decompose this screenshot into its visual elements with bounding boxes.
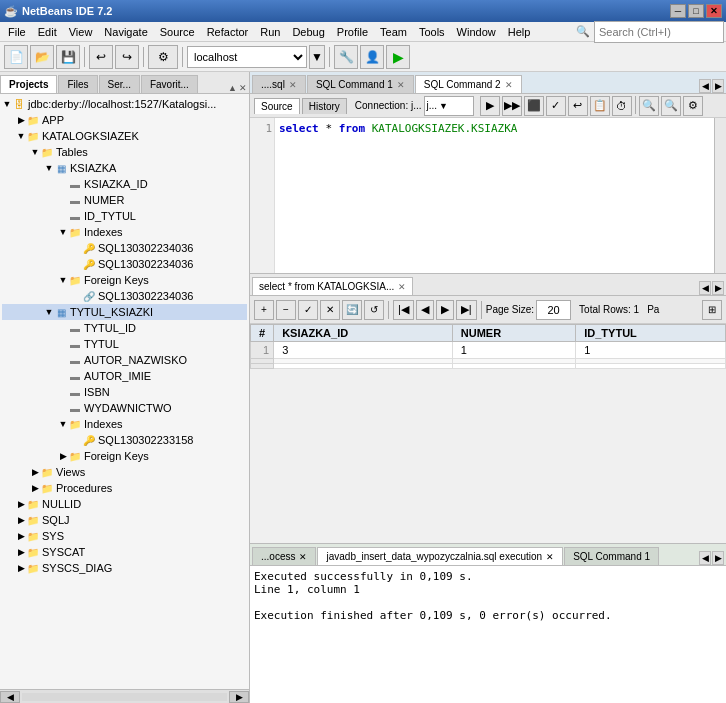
panel-close-icon[interactable]: ✕ [239,83,247,93]
list-item[interactable]: ▬ WYDAWNICTWO [2,400,247,416]
menu-tools[interactable]: Tools [413,24,451,40]
schema-button[interactable]: 📋 [590,96,610,116]
history-btn[interactable]: ⏱ [612,96,632,116]
zoom-out-button[interactable]: 🔍 [661,96,681,116]
results-tab[interactable]: select * from KATALOGKSIA... ✕ [252,277,413,295]
close-button[interactable]: ✕ [706,4,722,18]
commit-btn[interactable]: ✓ [298,300,318,320]
tree-root[interactable]: ▼ 🗄 jdbc:derby://localhost:1527/Katalogs… [2,96,247,112]
list-item[interactable]: ▶ 📁 Views [2,464,247,480]
menu-refactor[interactable]: Refactor [201,24,255,40]
tool-btn-2[interactable]: 👤 [360,45,384,69]
tab-files[interactable]: Files [58,75,97,93]
cell-empty[interactable] [274,364,453,369]
nullid-toggle[interactable]: ▶ [16,499,26,509]
syscat-toggle[interactable]: ▶ [16,547,26,557]
tab-scroll-right[interactable]: ▶ [712,79,724,93]
tab-close[interactable]: ✕ [546,552,554,562]
ksiazka-toggle[interactable]: ▼ [44,163,54,173]
menu-edit[interactable]: Edit [32,24,63,40]
sqlj-toggle[interactable]: ▶ [16,515,26,525]
list-item[interactable]: ▶ 📁 Procedures [2,480,247,496]
open-button[interactable]: 📂 [30,45,54,69]
scroll-left[interactable]: ◀ [0,691,20,703]
stop-button[interactable]: ⬛ [524,96,544,116]
menu-window[interactable]: Window [451,24,502,40]
tables-toggle[interactable]: ▼ [30,147,40,157]
code-content[interactable]: select * from KATALOGKSIAZEK.KSIAZKA [275,118,714,273]
tab-close-icon[interactable]: ✕ [289,80,297,90]
list-item[interactable]: ▬ AUTOR_IMIE [2,368,247,384]
tab-favorites[interactable]: Favorit... [141,75,198,93]
tab-sql-file[interactable]: ....sql ✕ [252,75,306,93]
history-tab[interactable]: History [302,98,347,114]
katalog-toggle[interactable]: ▼ [16,131,26,141]
zoom-in-button[interactable]: 🔍 [639,96,659,116]
menu-help[interactable]: Help [502,24,537,40]
insert-row-btn[interactable]: + [254,300,274,320]
rollback-button[interactable]: ↩ [568,96,588,116]
list-item[interactable]: ▶ 📁 SYSCAT [2,544,247,560]
cell-empty[interactable] [452,364,575,369]
fk-toggle[interactable]: ▼ [58,275,68,285]
tab-close[interactable]: ✕ [299,552,307,562]
sys-toggle[interactable]: ▶ [16,531,26,541]
cell-ksiazka-id[interactable]: 3 [274,342,453,359]
results-scroll-left[interactable]: ◀ [699,281,711,295]
tab-output-javadb[interactable]: javadb_insert_data_wypozyczalnia.sql exe… [317,547,563,565]
source-tab[interactable]: Source [254,98,300,114]
list-item[interactable]: ▶ 📁 SYSCS_DIAG [2,560,247,576]
tab-projects[interactable]: Projects [0,75,57,93]
menu-navigate[interactable]: Navigate [98,24,153,40]
tool-btn-1[interactable]: 🔧 [334,45,358,69]
conn-arrow-icon[interactable]: ▼ [439,101,448,111]
cell-numer[interactable]: 1 [452,342,575,359]
proc-toggle[interactable]: ▶ [30,483,40,493]
dropdown-arrow[interactable]: ▼ [309,45,325,69]
undo-button[interactable]: ↩ [89,45,113,69]
output-scroll-right[interactable]: ▶ [712,551,724,565]
tab-scroll-left[interactable]: ◀ [699,79,711,93]
tab-output-sqlcmd1[interactable]: SQL Command 1 [564,547,659,565]
root-toggle[interactable]: ▼ [2,99,12,109]
redo-button[interactable]: ↪ [115,45,139,69]
list-item[interactable]: 🔑 SQL130302234036 [2,256,247,272]
list-item[interactable]: ▶ 📁 SQLJ [2,512,247,528]
page-size-input[interactable] [536,300,571,320]
list-item[interactable]: ▼ ▦ KSIAZKA [2,160,247,176]
menu-file[interactable]: File [2,24,32,40]
tab-sql-cmd2[interactable]: SQL Command 2 ✕ [415,75,522,93]
expand-btn[interactable]: ⊞ [702,300,722,320]
minimize-button[interactable]: ─ [670,4,686,18]
connection-combo[interactable]: j... ▼ [424,96,474,116]
commit-button[interactable]: ✓ [546,96,566,116]
menu-view[interactable]: View [63,24,99,40]
scroll-right[interactable]: ▶ [229,691,249,703]
last-page-btn[interactable]: ▶| [456,300,477,320]
list-item[interactable]: ▶ 📁 Foreign Keys [2,448,247,464]
list-item[interactable]: ▬ NUMER [2,192,247,208]
run-button[interactable]: ▶ [386,45,410,69]
list-item[interactable]: ▼ 📁 Indexes [2,416,247,432]
menu-source[interactable]: Source [154,24,201,40]
next-page-btn[interactable]: ▶ [436,300,454,320]
tab-output-process[interactable]: ...ocess ✕ [252,547,316,565]
maximize-button[interactable]: □ [688,4,704,18]
list-item[interactable]: ▶ 📁 NULLID [2,496,247,512]
delete-row-btn[interactable]: − [276,300,296,320]
tytul-fk-toggle[interactable]: ▶ [58,451,68,461]
list-item[interactable]: ▬ ISBN [2,384,247,400]
menu-debug[interactable]: Debug [286,24,330,40]
h-scrollbar[interactable]: ◀ ▶ [0,689,249,703]
list-item[interactable]: ▬ AUTOR_NAZWISKO [2,352,247,368]
list-item[interactable]: ▬ TYTUL_ID [2,320,247,336]
search-input[interactable] [594,21,724,43]
run-sql-button[interactable]: ▶ [480,96,500,116]
list-item[interactable]: ▼ ▦ TYTUL_KSIAZKI [2,304,247,320]
output-scroll-left[interactable]: ◀ [699,551,711,565]
list-item[interactable]: ▶ 📁 SYS [2,528,247,544]
editor-vscrollbar[interactable] [714,118,726,273]
list-item[interactable]: 🔑 SQL130302234036 [2,240,247,256]
connection-dropdown[interactable]: localhost [187,46,307,68]
menu-team[interactable]: Team [374,24,413,40]
